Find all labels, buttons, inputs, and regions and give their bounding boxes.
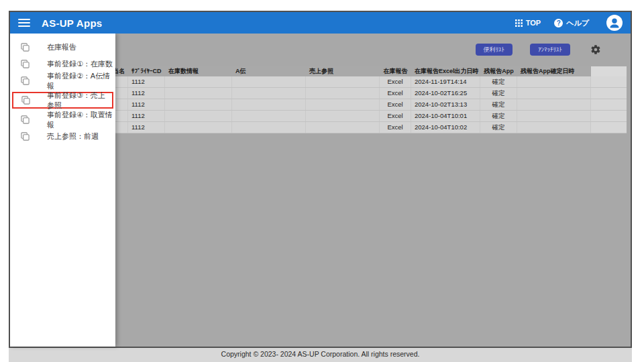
col-header-zan-app-datetime: 残報告App確定日時: [517, 66, 591, 76]
cell-zan-app: 確定: [480, 76, 517, 87]
sidebar-item-uriage-sansho-zenshu[interactable]: 売上参照：前週: [10, 128, 115, 145]
cell-excel-datetime: 2024-10-04T10:01: [411, 111, 480, 121]
sidebar-item-label: 事前登録②：A伝情報: [47, 71, 115, 91]
cell-aden: [232, 76, 306, 87]
table-row: 1112 Excel 2024-11-19T14:14 確定: [41, 76, 627, 88]
cell-aden: [232, 88, 306, 99]
sidebar-item-jizen2-aden[interactable]: 事前登録②：A伝情報: [10, 72, 115, 89]
app-window: AS-UP Apps TOP ?: [9, 11, 632, 348]
cell-zan-app: 確定: [480, 122, 517, 133]
table-header-row: 担当名 ｻﾌﾟﾗｲﾔｰCD 在庫数情報 A伝 売上参照 在庫報告 在庫報告Exc…: [41, 66, 627, 76]
cell-aden: [232, 99, 306, 110]
cell-stock-report: Excel: [380, 99, 411, 110]
cell-stock-report: Excel: [380, 88, 411, 99]
copy-icon: [21, 115, 30, 124]
cell-aden: [232, 111, 306, 121]
cell-supplier-cd: 1112: [128, 88, 165, 99]
cell-zan-app: 確定: [480, 111, 517, 121]
sidebar-item-label: 事前登録④：取置情報: [47, 110, 115, 130]
cell-filler: [591, 76, 627, 87]
sidebar-item-label: 売上参照：前週: [47, 131, 99, 141]
col-header-sales-ref: 売上参照: [306, 66, 380, 76]
col-header-supplier-cd: ｻﾌﾟﾗｲﾔｰCD: [128, 66, 165, 76]
settings-gear-icon[interactable]: [590, 44, 601, 55]
col-header-filler: [591, 66, 627, 76]
sidebar-item-label: 在庫報告: [47, 42, 76, 52]
cell-excel-datetime: 2024-10-02T13:13: [411, 99, 480, 110]
cell-filler: [591, 111, 627, 121]
cell-stock-info: [165, 122, 232, 133]
cell-sales-ref: [306, 111, 380, 121]
table-row: 1112 Excel 2024-10-02T13:13 確定: [41, 99, 627, 111]
convenient-list-button[interactable]: 便利ﾘｽﾄ: [476, 44, 513, 56]
cell-zan-app-datetime: [517, 88, 591, 99]
help-label: ヘルプ: [566, 18, 589, 28]
cell-filler: [591, 88, 627, 99]
copy-icon: [21, 132, 30, 141]
cell-zan-app-datetime: [517, 99, 591, 110]
cell-filler: [591, 122, 627, 133]
cell-stock-report: Excel: [380, 111, 411, 121]
cell-aden: [232, 122, 306, 133]
col-header-excel-datetime: 在庫報告Excel出力日時: [411, 66, 480, 76]
cell-supplier-cd: 1112: [128, 122, 165, 133]
sidebar-item-label: 事前登録①：在庫数: [47, 59, 113, 69]
cell-stock-info: [165, 88, 232, 99]
top-label: TOP: [526, 19, 541, 27]
cell-filler: [591, 99, 627, 110]
help-link[interactable]: ? ヘルプ: [554, 18, 589, 28]
sidebar-item-zaiko-houkoku[interactable]: 在庫報告: [10, 39, 115, 56]
apps-grid-icon: [515, 19, 523, 27]
copy-icon: [21, 96, 30, 105]
top-link[interactable]: TOP: [515, 19, 541, 27]
sidebar-item-jizen1-zaikosu[interactable]: 事前登録①：在庫数: [10, 56, 115, 72]
page: AS-UP Apps TOP ?: [0, 0, 644, 362]
table-row: 1112 Excel 2024-10-04T10:02 確定: [41, 122, 627, 133]
cell-supplier-cd: 1112: [128, 99, 165, 110]
sidebar-item-jizen3-uriage-sansho[interactable]: 事前登録③：売上参照: [12, 92, 113, 109]
cell-supplier-cd: 1112: [128, 76, 165, 87]
copy-icon: [21, 76, 30, 85]
col-header-stock-report: 在庫報告: [380, 66, 411, 76]
cell-zan-app-datetime: [517, 76, 591, 87]
cell-zan-app-datetime: [517, 122, 591, 133]
cell-excel-datetime: 2024-10-02T16:25: [411, 88, 480, 99]
cell-stock-info: [165, 99, 232, 110]
col-header-zan-app: 残報告App: [480, 66, 517, 76]
sidebar-item-jizen4-torioki[interactable]: 事前登録④：取置情報: [10, 111, 115, 128]
col-header-stock-info: 在庫数情報: [165, 66, 232, 76]
cell-stock-report: Excel: [380, 76, 411, 87]
cell-supplier-cd: 1112: [128, 111, 165, 121]
sidebar-item-label: 事前登録③：売上参照: [47, 90, 112, 111]
copy-icon: [21, 60, 30, 68]
sidebar-drawer: 在庫報告 事前登録①：在庫数 事前登録②：A伝情報 事前登録③：売上参照: [10, 34, 115, 347]
cell-zan-app: 確定: [480, 88, 517, 99]
cell-excel-datetime: 2024-11-19T14:14: [411, 76, 480, 87]
col-header-aden: A伝: [232, 66, 306, 76]
cell-zan-app-datetime: [517, 111, 591, 121]
hamburger-menu-icon[interactable]: [18, 19, 30, 27]
cell-sales-ref: [306, 99, 380, 110]
app-bar: AS-UP Apps TOP ?: [10, 12, 631, 34]
help-icon: ?: [554, 19, 563, 27]
footer-copyright: Copyright © 2023- 2024 AS-UP Corporation…: [9, 348, 632, 362]
table-row: 1112 Excel 2024-10-04T10:01 確定: [41, 111, 627, 122]
cell-sales-ref: [306, 88, 380, 99]
cell-excel-datetime: 2024-10-04T10:02: [411, 122, 480, 133]
app-bar-right: TOP ? ヘルプ: [515, 15, 624, 31]
app-title: AS-UP Apps: [42, 17, 103, 29]
cell-stock-info: [165, 111, 232, 121]
copy-icon: [21, 43, 30, 52]
cell-stock-report: Excel: [380, 122, 411, 133]
data-table: 担当名 ｻﾌﾟﾗｲﾔｰCD 在庫数情報 A伝 売上参照 在庫報告 在庫報告Exc…: [41, 66, 627, 133]
cell-sales-ref: [306, 76, 380, 87]
user-avatar[interactable]: [606, 15, 623, 31]
action-toolbar: 便利ﾘｽﾄ ｱﾝﾏｯﾁﾘｽﾄ: [476, 44, 602, 56]
table-row: 1112 Excel 2024-10-02T16:25 確定: [41, 88, 627, 99]
unmatch-list-button[interactable]: ｱﾝﾏｯﾁﾘｽﾄ: [530, 44, 570, 56]
cell-stock-info: [165, 76, 232, 87]
cell-sales-ref: [306, 122, 380, 133]
cell-zan-app: 確定: [480, 99, 517, 110]
